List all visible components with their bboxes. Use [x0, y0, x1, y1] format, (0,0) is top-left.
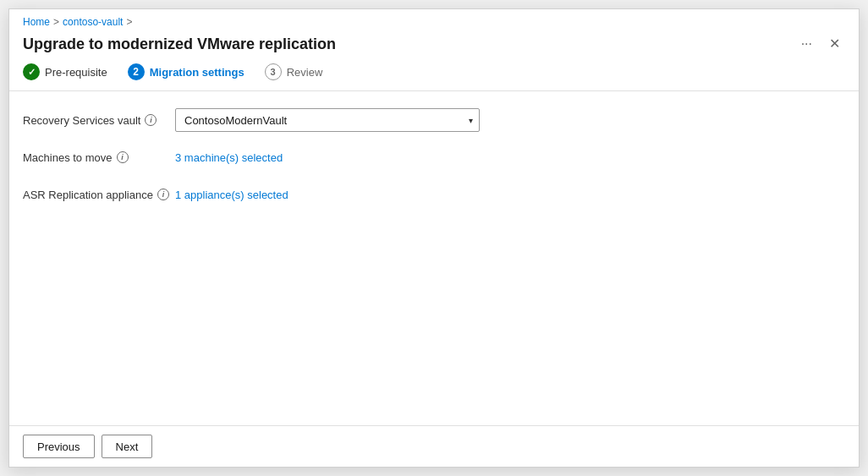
step-prerequisite-icon: ✓ — [23, 63, 40, 80]
control-machines-to-move: 3 machine(s) selected — [175, 151, 480, 164]
label-machines-to-move: Machines to move i — [23, 151, 175, 164]
breadcrumb-vault[interactable]: contoso-vault — [63, 16, 123, 28]
breadcrumb-sep2: > — [126, 16, 132, 28]
dialog-header: Upgrade to modernized VMware replication… — [9, 31, 859, 63]
step-review-icon: 3 — [265, 63, 282, 80]
step-prerequisite-label: Pre-requisite — [45, 66, 107, 79]
machines-link[interactable]: 3 machine(s) selected — [175, 151, 283, 164]
step-review[interactable]: 3 Review — [265, 63, 323, 80]
field-machines-to-move: Machines to move i 3 machine(s) selected — [23, 145, 845, 169]
label-text-vault: Recovery Services vault — [23, 114, 140, 127]
field-recovery-services-vault: Recovery Services vault i ContosoModernV… — [23, 108, 845, 132]
info-icon-asr[interactable]: i — [157, 189, 169, 200]
dialog-title: Upgrade to modernized VMware replication — [23, 36, 336, 53]
close-button[interactable]: ✕ — [824, 36, 845, 52]
breadcrumb: Home > contoso-vault > — [9, 9, 859, 31]
control-asr-appliance: 1 appliance(s) selected — [175, 189, 480, 201]
upgrade-dialog: Home > contoso-vault > Upgrade to modern… — [8, 8, 860, 468]
control-recovery-services-vault: ContosoModernVault ▾ — [175, 108, 480, 132]
step-migration-settings[interactable]: 2 Migration settings — [128, 63, 244, 80]
next-button[interactable]: Next — [102, 435, 153, 458]
label-text-asr: ASR Replication appliance — [23, 189, 153, 201]
field-asr-appliance: ASR Replication appliance i 1 appliance(… — [23, 183, 845, 206]
label-asr-appliance: ASR Replication appliance i — [23, 189, 175, 201]
info-icon-machines[interactable]: i — [117, 151, 129, 163]
breadcrumb-home[interactable]: Home — [23, 16, 50, 28]
step-migration-icon: 2 — [128, 63, 145, 80]
appliance-link[interactable]: 1 appliance(s) selected — [175, 189, 288, 201]
step-prerequisite[interactable]: ✓ Pre-requisite — [23, 63, 107, 80]
previous-button[interactable]: Previous — [23, 435, 95, 458]
label-text-machines: Machines to move — [23, 151, 113, 164]
content-area: Recovery Services vault i ContosoModernV… — [9, 91, 859, 425]
select-wrapper-vault: ContosoModernVault ▾ — [175, 108, 480, 132]
header-actions: ··· ✕ — [796, 35, 845, 53]
label-recovery-services-vault: Recovery Services vault i — [23, 114, 175, 127]
step-migration-label: Migration settings — [150, 66, 244, 79]
more-options-icon[interactable]: ··· — [796, 35, 817, 53]
info-icon-vault[interactable]: i — [145, 114, 157, 126]
vault-select[interactable]: ContosoModernVault — [175, 108, 480, 132]
dialog-footer: Previous Next — [9, 425, 859, 467]
steps-bar: ✓ Pre-requisite 2 Migration settings 3 R… — [9, 63, 859, 91]
breadcrumb-sep1: > — [53, 16, 59, 28]
step-review-label: Review — [287, 66, 323, 79]
